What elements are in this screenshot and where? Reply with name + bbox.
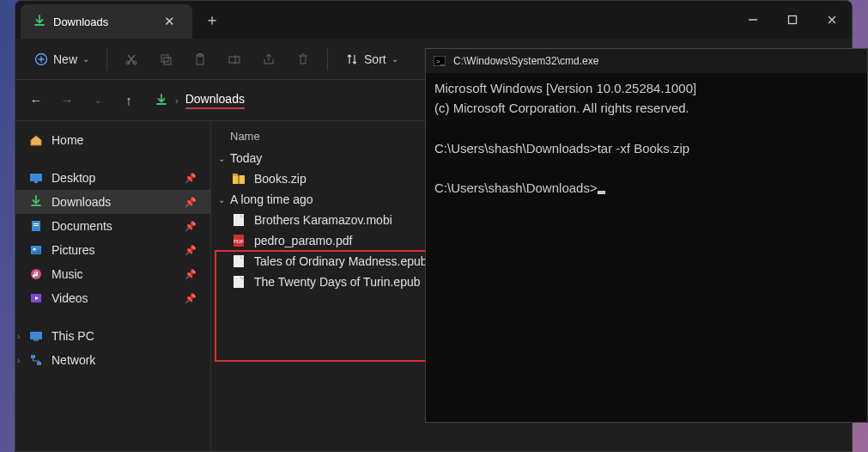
sidebar-item-label: Desktop (52, 171, 95, 185)
pc-icon (29, 329, 43, 343)
sidebar-item-desktop[interactable]: Desktop 📌 (15, 166, 210, 190)
cmd-prompt: C:\Users\shash\Downloads> (434, 180, 598, 195)
forward-button[interactable]: → (53, 87, 81, 114)
svg-rect-15 (33, 225, 39, 226)
sidebar-item-label: Downloads (52, 195, 111, 209)
cmd-prompt: C:\Users\shash\Downloads> (434, 141, 598, 156)
file-name: Brothers Karamazov.mobi (254, 213, 392, 227)
chevron-down-icon: ⌄ (218, 154, 225, 163)
breadcrumb[interactable]: › Downloads (155, 92, 245, 109)
pin-icon: 📌 (185, 173, 197, 184)
sidebar-item-downloads[interactable]: Downloads 📌 (15, 190, 210, 214)
up-button[interactable]: ↑ (115, 87, 143, 114)
sidebar-item-label: Network (52, 353, 95, 367)
svg-point-17 (33, 248, 36, 251)
svg-rect-20 (30, 332, 42, 339)
sort-button[interactable]: Sort ⌄ (337, 47, 407, 71)
download-icon (155, 94, 168, 107)
group-label: A long time ago (230, 192, 313, 206)
tab-downloads[interactable]: Downloads ✕ (21, 4, 192, 39)
zip-icon (232, 172, 246, 186)
videos-icon (29, 291, 43, 305)
svg-rect-21 (33, 339, 39, 341)
svg-rect-14 (33, 223, 39, 224)
separator (106, 48, 107, 70)
sidebar: Home Desktop 📌 Downloads 📌 Documents 📌 P… (15, 121, 211, 451)
chevron-down-icon: ⌄ (392, 54, 398, 64)
sidebar-item-pictures[interactable]: Pictures 📌 (15, 238, 210, 262)
delete-button[interactable] (288, 47, 319, 71)
svg-rect-25 (233, 174, 238, 176)
rename-button[interactable] (219, 47, 250, 71)
file-icon (232, 275, 246, 289)
chevron-down-icon: ⌄ (218, 195, 225, 205)
download-icon (29, 195, 43, 209)
file-name: The Twenty Days of Turin.epub (254, 275, 421, 289)
group-label: Today (230, 151, 262, 165)
maximize-button[interactable] (773, 1, 812, 39)
cmd-title-text: C:\Windows\System32\cmd.exe (453, 55, 598, 67)
sidebar-item-label: Home (52, 133, 83, 147)
paste-button[interactable] (185, 47, 215, 71)
download-icon (33, 15, 46, 28)
sidebar-item-label: Pictures (52, 243, 95, 257)
titlebar: Downloads ✕ ＋ (15, 1, 852, 39)
network-icon (29, 353, 43, 367)
sidebar-item-label: This PC (52, 329, 94, 343)
pin-icon: 📌 (185, 197, 197, 208)
close-button[interactable] (812, 1, 852, 39)
file-icon (232, 213, 246, 227)
minimize-button[interactable] (733, 1, 773, 39)
svg-rect-27 (234, 214, 244, 226)
svg-rect-6 (164, 58, 171, 64)
cmd-window: >_ C:\Windows\System32\cmd.exe Microsoft… (425, 48, 868, 423)
chevron-right-icon: › (175, 95, 179, 106)
svg-rect-23 (37, 362, 41, 365)
window-controls (733, 1, 852, 39)
svg-rect-12 (34, 181, 38, 183)
tab-title: Downloads (53, 15, 152, 28)
file-name: Tales of Ordinary Madness.epub (254, 254, 428, 268)
svg-rect-30 (234, 255, 244, 267)
svg-text:PDF: PDF (234, 239, 244, 244)
cut-button[interactable] (116, 47, 147, 71)
cmd-output[interactable]: Microsoft Windows [Version 10.0.25284.10… (426, 73, 867, 204)
pictures-icon (29, 243, 43, 257)
sidebar-item-label: Music (52, 267, 83, 281)
svg-rect-9 (229, 57, 240, 63)
cmd-icon: >_ (433, 54, 446, 68)
pin-icon: 📌 (185, 245, 197, 256)
breadcrumb-current: Downloads (185, 92, 245, 109)
new-button[interactable]: New ⌄ (26, 47, 98, 71)
sidebar-item-this-pc[interactable]: › This PC (15, 324, 210, 348)
sidebar-item-music[interactable]: Music 📌 (15, 262, 210, 286)
recent-button[interactable]: ⌄ (84, 87, 112, 114)
chevron-down-icon: ⌄ (82, 54, 89, 64)
home-icon (29, 133, 43, 147)
svg-rect-1 (789, 16, 797, 24)
new-tab-button[interactable]: ＋ (192, 1, 232, 39)
cursor (598, 191, 605, 194)
file-name: pedro_paramo.pdf (254, 234, 352, 247)
file-icon (232, 254, 246, 268)
desktop-icon (29, 171, 43, 185)
chevron-right-icon: › (17, 332, 20, 341)
pin-icon: 📌 (185, 221, 197, 232)
svg-rect-22 (31, 355, 35, 358)
sidebar-item-videos[interactable]: Videos 📌 (15, 286, 210, 310)
svg-rect-31 (234, 276, 244, 288)
sidebar-item-documents[interactable]: Documents 📌 (15, 214, 210, 238)
tab-close-button[interactable]: ✕ (159, 12, 180, 31)
back-button[interactable]: ← (22, 87, 50, 114)
share-button[interactable] (253, 47, 284, 71)
svg-rect-5 (161, 55, 168, 62)
cmd-titlebar[interactable]: >_ C:\Windows\System32\cmd.exe (426, 49, 867, 73)
pin-icon: 📌 (185, 293, 197, 304)
sidebar-item-label: Videos (52, 291, 88, 305)
cmd-command: tar -xf Books.zip (598, 141, 690, 156)
sidebar-item-home[interactable]: Home (15, 128, 210, 152)
sidebar-item-label: Documents (52, 219, 112, 233)
copy-button[interactable] (150, 47, 181, 71)
cmd-line: (c) Microsoft Corporation. All rights re… (434, 101, 689, 115)
sidebar-item-network[interactable]: › Network (15, 348, 210, 372)
